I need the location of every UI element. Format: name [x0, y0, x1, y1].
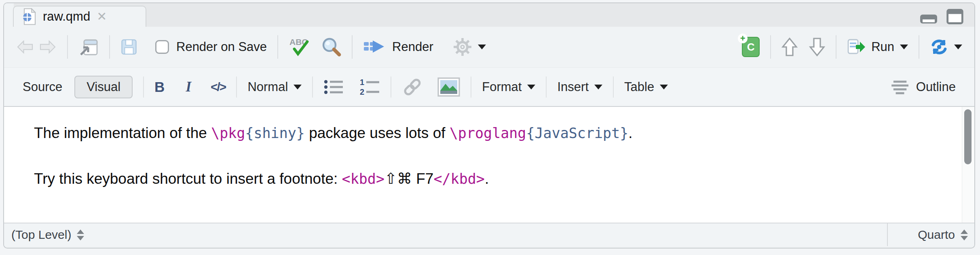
svg-text:2: 2 [360, 87, 364, 96]
table-menu-caret [660, 85, 668, 89]
separator [352, 35, 353, 59]
insert-chunk-icon[interactable]: C + [742, 37, 760, 57]
scope-selector[interactable]: (Top Level) [4, 228, 84, 242]
tab-title: raw.qmd [43, 9, 90, 24]
separator [312, 76, 313, 98]
paragraph: The implementation of the \pkg{shiny} pa… [34, 125, 633, 142]
table-menu[interactable]: Table [624, 80, 668, 94]
editor-toolbar: Render on Save ABC Render [4, 27, 974, 67]
rerun-dropdown-caret[interactable] [954, 45, 962, 49]
separator [770, 35, 771, 59]
maximize-pane-icon[interactable] [946, 8, 964, 25]
tab-close-icon[interactable]: ✕ [97, 11, 107, 23]
run-icon [847, 38, 866, 55]
block-format-caret [294, 85, 302, 89]
visual-mode-button[interactable]: Visual [74, 76, 133, 98]
tab-bar: raw.qmd ✕ [4, 3, 974, 27]
text-segment-cmd: </kbd> [433, 171, 484, 187]
rerun-source-icon[interactable] [930, 38, 948, 55]
run-dropdown-caret[interactable] [900, 45, 908, 49]
forward-icon[interactable] [39, 40, 57, 54]
outline-toggle[interactable]: Outline [891, 79, 956, 95]
link-icon[interactable] [402, 78, 423, 96]
back-icon[interactable] [16, 40, 34, 54]
tab-bar-left-cap [4, 3, 14, 27]
inline-code-button[interactable]: </> [211, 80, 226, 94]
document-type-label: Quarto [918, 228, 955, 242]
scope-label: (Top Level) [11, 228, 71, 242]
insert-menu-caret [594, 85, 602, 89]
separator [109, 35, 110, 59]
visual-mode-label: Visual [87, 80, 120, 94]
outline-label: Outline [916, 80, 956, 94]
image-icon[interactable] [437, 77, 460, 97]
document-editor[interactable]: The implementation of the \pkg{shiny} pa… [4, 107, 974, 223]
render-button[interactable]: Render [363, 38, 433, 56]
editor-status-bar: (Top Level) Quarto [4, 223, 974, 246]
separator [546, 76, 547, 98]
quarto-file-icon [22, 8, 36, 25]
separator [471, 76, 471, 98]
save-icon[interactable] [120, 38, 137, 55]
paragraph: Try this keyboard shortcut to insert a f… [34, 170, 489, 187]
separator [836, 35, 836, 59]
tab-raw-qmd[interactable]: raw.qmd ✕ [13, 6, 146, 27]
svg-text:1: 1 [360, 78, 364, 87]
insert-menu[interactable]: Insert [557, 80, 602, 94]
window-controls [919, 8, 964, 25]
open-in-new-window-icon[interactable] [78, 38, 99, 56]
separator [143, 76, 144, 98]
render-icon [363, 38, 385, 56]
text-segment-plain: package uses lots of [305, 125, 450, 141]
source-mode-button[interactable]: Source [23, 80, 62, 94]
format-menu-caret [527, 85, 535, 89]
chunk-letter: C [747, 41, 755, 53]
render-on-save-label[interactable]: Render on Save [176, 40, 267, 54]
italic-button[interactable]: I [186, 79, 191, 95]
format-menu-label: Format [482, 80, 522, 94]
text-segment-arg: {shiny} [245, 125, 305, 141]
text-segment-cmd: <kbd> [342, 171, 384, 187]
run-button[interactable]: Run [847, 38, 908, 55]
separator [236, 76, 237, 98]
separator [277, 35, 278, 59]
go-previous-section-icon[interactable] [781, 37, 798, 57]
text-segment-plain: Try this keyboard shortcut to insert a f… [34, 170, 342, 187]
text-segment-cmd: \proglang [450, 125, 526, 141]
separator [919, 35, 919, 59]
minimize-pane-icon[interactable] [919, 11, 938, 25]
scrollbar-thumb[interactable] [964, 109, 972, 164]
block-format-dropdown[interactable]: Normal [247, 80, 302, 94]
gear-dropdown-caret[interactable] [478, 45, 486, 49]
scope-updown-icon [77, 230, 84, 240]
render-label: Render [392, 40, 433, 54]
vertical-scrollbar[interactable] [962, 107, 974, 223]
text-segment-plain: . [628, 125, 632, 141]
bullet-list-icon[interactable] [323, 79, 344, 96]
text-segment-cmd: \pkg [211, 125, 245, 141]
go-next-section-icon[interactable] [809, 37, 825, 57]
separator [613, 76, 614, 98]
source-editor-pane: raw.qmd ✕ [3, 2, 975, 249]
text-segment-arg: {JavaScript} [526, 125, 628, 141]
numbered-list-icon[interactable]: 1 2 [359, 78, 380, 96]
separator [391, 76, 391, 98]
text-segment-kbd: ⇧⌘ F7 [384, 170, 433, 187]
run-label: Run [871, 40, 894, 54]
document-type-selector[interactable]: Quarto [887, 223, 974, 246]
format-menu[interactable]: Format [482, 80, 535, 94]
gear-icon[interactable] [453, 37, 472, 57]
bold-button[interactable]: B [154, 79, 165, 95]
spellcheck-icon[interactable]: ABC [289, 37, 311, 57]
separator [67, 35, 68, 59]
text-segment-plain: The implementation of the [34, 125, 211, 141]
outline-icon [891, 79, 910, 95]
search-icon[interactable] [321, 37, 341, 57]
text-segment-plain: . [485, 170, 489, 187]
insert-menu-label: Insert [557, 80, 589, 94]
document-type-updown-icon [961, 230, 968, 240]
block-format-value: Normal [247, 80, 288, 94]
format-toolbar: Source Visual B I </> Normal 1 2 [4, 67, 974, 107]
render-on-save-checkbox[interactable] [155, 40, 169, 54]
chunk-plus-badge: + [738, 34, 748, 43]
